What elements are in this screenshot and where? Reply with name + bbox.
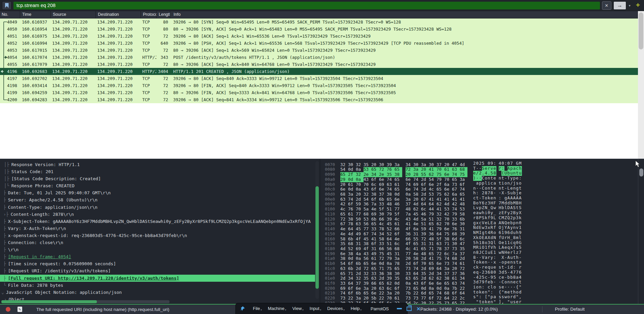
apply-filter-button[interactable]: → bbox=[613, 1, 626, 10]
hex-row[interactable]: 01804d52694f316656684c41657178377335MRiO… bbox=[320, 245, 644, 250]
profile-selector[interactable]: Profile: Default bbox=[555, 305, 585, 314]
vm-menu-machine[interactable]: Machine▾ bbox=[265, 306, 289, 311]
hex-row[interactable]: 01f0336437396665620d0a436f6e6e6563743d79… bbox=[320, 280, 644, 285]
capture-comment-icon[interactable]: ✎ bbox=[17, 307, 22, 312]
hex-row[interactable]: 01a0380d0a566172793a20582d417574682d8··V… bbox=[320, 255, 644, 260]
detail-line[interactable]: ├X-Subject-Token: gAAAAABoY6z3HF7MddbMBH… bbox=[0, 218, 320, 225]
packet-row[interactable]: 4196160.692683134.209.71.220134.209.71.2… bbox=[0, 68, 638, 75]
filter-dropdown-caret[interactable]: ▾ bbox=[628, 4, 631, 7]
vm-menu-file[interactable]: File▾ bbox=[250, 306, 265, 311]
bytes-scrollbar-thumb[interactable] bbox=[639, 168, 643, 176]
bookmark-button[interactable] bbox=[2, 1, 11, 10]
ascii-char: 9 bbox=[482, 280, 485, 285]
display-filter-input[interactable]: tcp.stream eq 208 bbox=[13, 2, 600, 9]
packet-row[interactable]: 4199160.694259134.209.71.220134.209.71.2… bbox=[0, 89, 638, 96]
detail-line[interactable]: ├Vary: X-Auth-Token\r\n bbox=[0, 225, 320, 232]
hex-row[interactable]: 01504e4d49677434526f3631393664756839NMIg… bbox=[320, 230, 644, 235]
detail-line[interactable]: │└Response Phrase: CREATED bbox=[0, 182, 320, 189]
detail-line[interactable]: │├Response Version: HTTP/1.1 bbox=[0, 161, 320, 168]
hex-row[interactable]: 00b0206170706c69636174696f6e2f6a736f app… bbox=[320, 181, 644, 186]
detail-line[interactable]: ├Content-Type: application/json\r\n bbox=[0, 204, 320, 211]
ascii-char: c bbox=[473, 196, 476, 201]
hex-row[interactable]: 022073223a205b2270617373776f7264222cs": … bbox=[320, 295, 644, 300]
add-filter-expression-button[interactable]: + bbox=[636, 1, 640, 9]
clear-filter-button[interactable]: ✕ bbox=[602, 1, 611, 10]
hex-row[interactable]: 01c0636b2d726571756573742d69643a2072ck-r… bbox=[320, 265, 644, 270]
detail-line[interactable]: └File Data: 2878 bytes bbox=[0, 282, 320, 289]
detail-line[interactable]: ›├Content-Length: 2878\r\n bbox=[0, 211, 320, 218]
vm-menu-devices[interactable]: Devices▾ bbox=[324, 306, 348, 311]
restore-icon[interactable] bbox=[407, 307, 412, 311]
hex-row[interactable]: 0200696f6e3a20636c6f73650d0a0d0a7b22ion:… bbox=[320, 285, 644, 290]
pin-icon[interactable] bbox=[240, 306, 245, 311]
vm-menu-help[interactable]: Help▾ bbox=[348, 306, 365, 311]
detail-line[interactable]: ├Connection: close\r\n bbox=[0, 239, 320, 246]
expert-info-icon[interactable] bbox=[6, 307, 10, 312]
ascii-char: 2 bbox=[479, 275, 482, 280]
column-header-dst[interactable]: Destination bbox=[96, 11, 141, 18]
hex-row[interactable]: 01404e644577337852664f6a5941796e7631NdEw… bbox=[320, 225, 644, 230]
column-header-proto[interactable]: Protocol bbox=[141, 11, 156, 18]
detail-line[interactable]: ├[Time since request: 0.075609000 second… bbox=[0, 260, 320, 267]
detail-line[interactable]: │├[Status Code Description: Created] bbox=[0, 175, 320, 182]
ascii-char: p bbox=[513, 221, 516, 226]
packet-row[interactable]: 4053160.617015134.209.71.220134.209.71.2… bbox=[0, 47, 638, 54]
packet-row[interactable]: 4054160.617074134.209.71.220134.209.71.2… bbox=[0, 54, 638, 61]
minimize-icon[interactable] bbox=[397, 308, 402, 309]
detail-line[interactable]: ├x-openstack-request-id: req-236803d5-47… bbox=[0, 232, 320, 239]
packet-row[interactable]: 4055160.617079134.209.71.220134.209.71.2… bbox=[0, 61, 638, 68]
detail-line[interactable]: ├[Request URI: /identity/v3/auth/tokens] bbox=[0, 267, 320, 274]
packet-row[interactable]: 4050160.616954134.209.71.220134.209.71.2… bbox=[0, 26, 638, 33]
hex-row[interactable]: 0110656177686930795f7a45467932427958eawh… bbox=[320, 210, 644, 215]
hex-row[interactable]: 0210746f6b656e223a207b226d6574686f64toke… bbox=[320, 290, 644, 295]
detail-line[interactable]: ├Date: Tue, 01 Jul 2025 09:40:07 GMT\r\n bbox=[0, 189, 320, 196]
packet-list-scrollbar[interactable] bbox=[638, 11, 644, 159]
details-horizontal-scrollbar[interactable] bbox=[1, 300, 169, 303]
hex-row[interactable]: 0090652f322e342e353820285562756e7475e/2.… bbox=[320, 171, 644, 176]
detail-line[interactable]: ├\r\n bbox=[0, 246, 320, 253]
hex-row[interactable]: 01d065712d32333638303364352d34373736eq-2… bbox=[320, 270, 644, 275]
scrollbar-thumb[interactable] bbox=[639, 12, 643, 49]
hex-row[interactable]: 0080540d0a5365727665723a204170616368T··S… bbox=[320, 166, 644, 171]
column-header-src[interactable]: Source bbox=[50, 11, 96, 18]
hex-row[interactable]: 00c06e0d0a436f6e74656e742d4c656e6774n··C… bbox=[320, 186, 644, 191]
detail-line[interactable]: ├Server: Apache/2.4.58 (Ubuntu)\r\n bbox=[0, 196, 320, 203]
detail-line[interactable]: ├[Full request URI: http://134.209.71.22… bbox=[0, 275, 315, 282]
details-vertical-scrollbar[interactable] bbox=[315, 161, 319, 299]
packet-row[interactable]: 4051160.616975134.209.71.220134.209.71.2… bbox=[0, 33, 638, 40]
vm-menu-input[interactable]: Input▾ bbox=[307, 306, 324, 311]
packet-row[interactable]: 4049160.616937134.209.71.220134.209.71.2… bbox=[0, 18, 638, 26]
hex-row[interactable]: 00f0426f59367a334846374d6464624d4248BoY6… bbox=[320, 201, 644, 206]
detail-line[interactable]: ⌄JavaScript Object Notation: application… bbox=[0, 289, 320, 296]
column-header-time[interactable]: Time bbox=[20, 11, 50, 18]
detail-line[interactable]: │├Status Code: 201 bbox=[0, 168, 320, 175]
hex-row[interactable]: 0160586b4f454158644e665572485f386d6cXkOE… bbox=[320, 235, 644, 240]
scrollbar-thumb[interactable] bbox=[315, 186, 319, 289]
close-icon[interactable]: ✕ bbox=[416, 306, 421, 311]
tree-branch-icon: ├ bbox=[3, 268, 6, 273]
column-header-no[interactable]: No. bbox=[0, 11, 20, 18]
hex-row[interactable]: 0070323032352030393a34303a303720474d2025… bbox=[320, 161, 644, 166]
hex-row[interactable]: 00d0683a20323837380d0a582d5375626a65h: 2… bbox=[320, 191, 644, 196]
scrollbar-thumb[interactable] bbox=[1, 300, 97, 303]
hex-row[interactable]: 01b0546f6b656e0d0a782d6f70656e737461Toke… bbox=[320, 260, 644, 265]
hex-row[interactable]: 00a0290d0a436f6e74656e742d547970653a)··C… bbox=[320, 176, 644, 181]
tree-branch-icon: ›├ bbox=[3, 212, 9, 217]
column-header-len[interactable]: Lengtl bbox=[156, 11, 170, 18]
hex-row[interactable]: 013067786356654c4561414e516562706e30gxcV… bbox=[320, 221, 644, 226]
packet-row[interactable]: 4197160.692702134.209.71.220134.209.71.2… bbox=[0, 75, 638, 82]
hex-row[interactable]: 01e02d343235632d393563652d6262386134-425… bbox=[320, 275, 644, 280]
ascii-char: n bbox=[473, 250, 476, 255]
hex-row[interactable]: 00e063742d546f6b656e3a20674141414141ct-T… bbox=[320, 196, 644, 201]
packet-row[interactable]: 4198160.693414134.209.71.220134.209.71.2… bbox=[0, 82, 638, 89]
hex-row[interactable]: 0120723850536b66394c434d5a513270336br8PS… bbox=[320, 215, 644, 221]
vm-menu-view[interactable]: View▾ bbox=[289, 306, 306, 311]
packet-row[interactable]: 4052160.616994134.209.71.220134.209.71.2… bbox=[0, 40, 638, 47]
column-header-info[interactable]: Info bbox=[170, 11, 638, 18]
hex-row[interactable]: 0170356831386f33516c4f653131637130475h18… bbox=[320, 240, 644, 245]
packet-cell-dst: 134.209.71.220 bbox=[96, 68, 141, 75]
hex-row[interactable]: 01906e384a4349754531774e4865726c7a37n8JC… bbox=[320, 250, 644, 255]
hex-row[interactable]: 01004c76705a4e5f517748626c4441537453LvpZ… bbox=[320, 205, 644, 210]
packet-row[interactable]: 4200160.694283134.209.71.220134.209.71.2… bbox=[0, 96, 638, 103]
detail-line[interactable]: ├[Request in frame: 4054] bbox=[0, 253, 320, 260]
